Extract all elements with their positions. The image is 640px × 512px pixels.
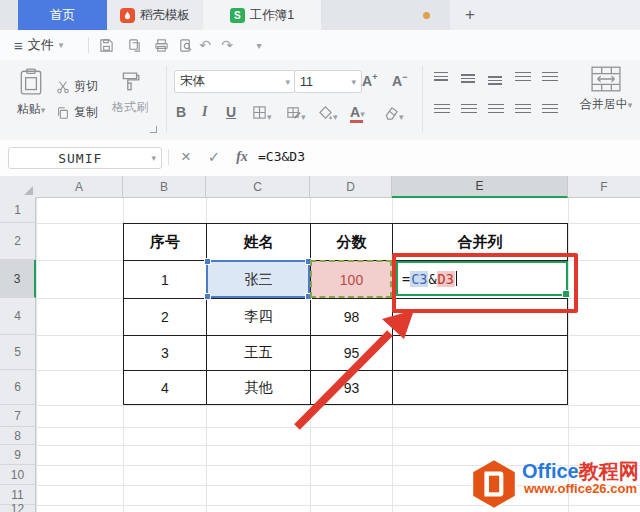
- row-header-4[interactable]: 4: [0, 298, 36, 335]
- more-commands-button[interactable]: ▾: [250, 37, 268, 53]
- fill-handle[interactable]: [562, 290, 570, 298]
- print-button[interactable]: [152, 37, 170, 53]
- column-header-a[interactable]: A: [36, 176, 123, 198]
- merge-center-button[interactable]: 合并居中▾: [576, 66, 636, 113]
- column-header-c[interactable]: C: [206, 176, 310, 198]
- font-size-select[interactable]: 11 ▾: [294, 70, 362, 93]
- align-center-icon[interactable]: [461, 104, 477, 116]
- row-header-8[interactable]: 8: [0, 427, 36, 445]
- chevron-down-icon: ▾: [301, 112, 306, 122]
- align-bottom-icon[interactable]: [488, 76, 502, 85]
- borders-button[interactable]: ▾: [252, 105, 272, 124]
- wrap-text-icon[interactable]: [542, 104, 558, 116]
- decrease-font-button[interactable]: A−: [392, 72, 407, 89]
- bold-button[interactable]: B: [176, 104, 186, 120]
- format-painter-button[interactable]: 格式刷: [108, 70, 152, 116]
- edit-cell-e3[interactable]: =C3&D3: [396, 261, 568, 296]
- column-header-e[interactable]: E: [392, 176, 568, 198]
- selection-handle[interactable]: [204, 258, 211, 265]
- tab-home[interactable]: 首页: [18, 0, 107, 30]
- row-header-10[interactable]: 10: [0, 465, 36, 485]
- watermark-logo-icon: [468, 458, 520, 510]
- divider: [168, 149, 169, 165]
- name-box[interactable]: SUMIF ▾: [8, 147, 162, 169]
- tab-home-label: 首页: [50, 7, 75, 24]
- font-name-value: 宋体: [180, 73, 205, 90]
- cell-b2[interactable]: 序号: [124, 224, 207, 261]
- dialog-launcher-icon[interactable]: [150, 126, 157, 133]
- increase-indent-icon[interactable]: [542, 72, 558, 84]
- fx-icon: fx: [236, 149, 248, 165]
- watermark-url: www.office26.com: [524, 482, 639, 496]
- cell-b3[interactable]: 1: [124, 261, 207, 299]
- increase-font-icon: A: [362, 73, 372, 89]
- file-menu-label: 文件: [28, 36, 54, 54]
- cut-label: 剪切: [74, 78, 98, 95]
- align-right-icon[interactable]: [488, 104, 504, 116]
- cell-c2[interactable]: 姓名: [207, 224, 311, 261]
- tab-workbook-label: 工作簿1: [250, 7, 294, 24]
- underline-button[interactable]: U: [226, 104, 236, 120]
- cancel-button[interactable]: ×: [176, 147, 196, 167]
- modified-dot-icon: [423, 12, 430, 19]
- selection-handle[interactable]: [204, 293, 211, 300]
- tab-docer-templates[interactable]: 稻壳模板: [107, 0, 203, 30]
- new-tab-button[interactable]: +: [458, 3, 482, 27]
- align-middle-icon[interactable]: [461, 74, 475, 83]
- column-header-d[interactable]: D: [310, 176, 392, 198]
- chevron-down-icon: ▾: [399, 112, 404, 122]
- cell-d2[interactable]: 分数: [311, 224, 393, 261]
- formula-input[interactable]: =C3&D3: [258, 149, 305, 164]
- insert-function-button[interactable]: fx: [232, 147, 252, 167]
- font-color-button[interactable]: A▾: [350, 103, 365, 123]
- cell-b5[interactable]: 3: [124, 336, 207, 371]
- tab-workbook1[interactable]: S 工作簿1: [203, 0, 321, 30]
- chevron-down-icon: ▾: [351, 77, 356, 87]
- copy-button[interactable]: 复制: [56, 104, 98, 121]
- file-menu[interactable]: ≡ 文件 ▾: [14, 30, 63, 60]
- font-name-select[interactable]: 宋体 ▾: [174, 70, 296, 93]
- italic-button[interactable]: I: [202, 104, 207, 120]
- clear-format-button[interactable]: ▾: [384, 105, 404, 124]
- row-header-6[interactable]: 6: [0, 370, 36, 405]
- watermark: Office教程网 www.office26.com: [460, 458, 640, 512]
- select-all-corner[interactable]: [0, 176, 37, 199]
- watermark-text: Office教程网 www.office26.com: [522, 460, 639, 496]
- copy-label: 复制: [74, 104, 98, 121]
- row-header-12[interactable]: 12: [0, 505, 36, 512]
- menu-bar: ≡ 文件 ▾ ↶ ↷ ▾ 开始 插入 页面布局 公式 数据 审阅 视图: [0, 30, 640, 61]
- fill-color-button[interactable]: ▾: [318, 105, 338, 124]
- redo-button[interactable]: ↷: [218, 37, 236, 53]
- cut-button[interactable]: 剪切: [56, 78, 98, 95]
- print-preview-button[interactable]: [176, 37, 194, 53]
- row-header-2[interactable]: 2: [0, 223, 36, 260]
- save-button[interactable]: [97, 37, 115, 53]
- undo-button[interactable]: ↶: [196, 37, 214, 53]
- chevron-down-icon: ▾: [360, 109, 365, 119]
- chevron-down-icon: ▾: [333, 112, 338, 122]
- formula-ref-c3: C3: [410, 271, 428, 287]
- font-color-icon: A: [350, 104, 360, 120]
- paste-label: 粘贴: [17, 102, 41, 116]
- formula-bar: SUMIF ▾ × ✓ fx =C3&D3: [0, 140, 640, 177]
- confirm-button[interactable]: ✓: [204, 147, 224, 167]
- paste-button[interactable]: 粘贴▾: [14, 68, 48, 118]
- increase-font-button[interactable]: A+: [362, 72, 377, 89]
- chevron-down-icon: ▾: [285, 77, 290, 87]
- column-header-f[interactable]: F: [568, 176, 640, 198]
- justify-icon[interactable]: [515, 104, 531, 116]
- decrease-indent-icon[interactable]: [515, 72, 531, 84]
- align-top-icon[interactable]: [434, 72, 448, 81]
- row-header-5[interactable]: 5: [0, 335, 36, 370]
- row-header-7[interactable]: 7: [0, 405, 36, 427]
- row-header-3[interactable]: 3: [0, 260, 36, 298]
- column-header-b[interactable]: B: [123, 176, 206, 198]
- cell-b4[interactable]: 2: [124, 299, 207, 336]
- cell-shading-button[interactable]: ▾: [286, 105, 306, 124]
- row-header-9[interactable]: 9: [0, 445, 36, 465]
- align-left-icon[interactable]: [434, 104, 450, 116]
- export-button[interactable]: [125, 37, 143, 53]
- row-header-1[interactable]: 1: [0, 198, 36, 223]
- selection-box-c3: [206, 260, 310, 298]
- cell-b6[interactable]: 4: [124, 371, 207, 404]
